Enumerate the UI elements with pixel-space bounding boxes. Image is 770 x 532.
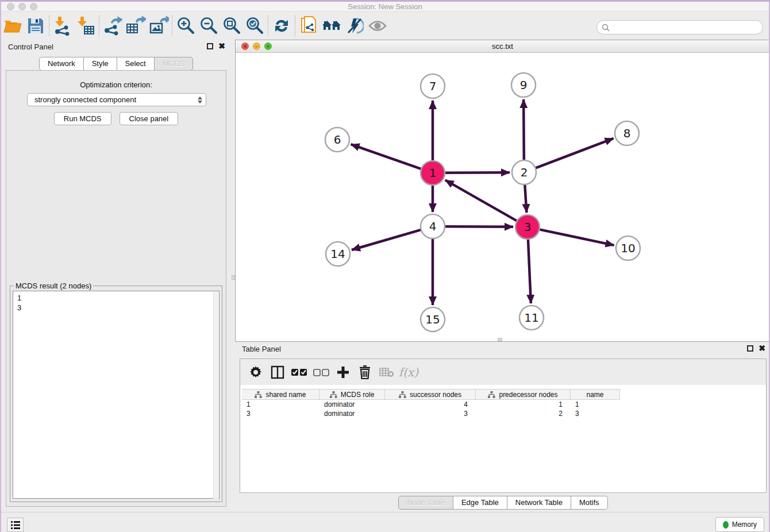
table-cell[interactable]: dominator	[319, 400, 385, 409]
table-tab-network-table[interactable]: Network Table	[507, 496, 571, 510]
svg-text:9: 9	[520, 78, 528, 92]
graph-edge-3-1[interactable]	[445, 180, 517, 221]
table-cell[interactable]: 2	[476, 409, 571, 418]
column-header-label: shared name	[265, 391, 306, 399]
add-column-icon[interactable]	[332, 361, 354, 383]
column-header-label: predecessor nodes	[499, 391, 557, 399]
graph-node-7[interactable]: 7	[421, 74, 445, 98]
table-tab-motifs[interactable]: Motifs	[571, 496, 608, 510]
column-header-name[interactable]: name	[571, 390, 620, 399]
column-header-shared-name[interactable]: shared name	[242, 390, 319, 399]
table-body: 1dominator4113dominator323	[242, 400, 764, 418]
canvas-splitter-handle[interactable]	[498, 338, 502, 341]
task-history-button[interactable]	[7, 518, 24, 532]
close-panel-icon[interactable]: ✖	[218, 43, 225, 49]
graph-node-14[interactable]: 14	[326, 242, 350, 266]
table-header-row: shared nameMCDS rolesuccessor nodesprede…	[242, 389, 620, 400]
graph-edge-3-11[interactable]	[528, 239, 531, 303]
float-panel-icon[interactable]	[207, 43, 213, 49]
run-mcds-button[interactable]: Run MCDS	[54, 112, 111, 125]
memory-status-icon	[723, 521, 729, 529]
control-tab-network[interactable]: Network	[39, 57, 84, 71]
column-header-successor-nodes[interactable]: successor nodes	[385, 390, 476, 399]
search-box[interactable]	[596, 20, 763, 34]
zoom-fit-icon[interactable]	[220, 15, 243, 37]
control-tab-mcds[interactable]: MCDS	[155, 57, 193, 71]
table-cell[interactable]: 1	[242, 400, 319, 409]
graph-node-9[interactable]: 9	[511, 73, 536, 97]
mcds-result-item[interactable]: 1	[17, 293, 219, 303]
search-input[interactable]	[613, 24, 763, 32]
graph-edge-1-2[interactable]	[445, 172, 510, 173]
graph-node-3[interactable]: 3	[515, 215, 540, 239]
save-session-icon[interactable]	[24, 15, 47, 37]
table-tab-node-table[interactable]: Node Table	[398, 496, 453, 510]
graph-node-1[interactable]: 1	[421, 161, 445, 185]
table-cell[interactable]: 3	[571, 409, 620, 418]
result-scrollbar[interactable]	[213, 292, 218, 499]
graph-node-11[interactable]: 11	[519, 306, 544, 330]
graph-node-2[interactable]: 2	[512, 160, 536, 184]
export-table-icon[interactable]	[124, 15, 147, 37]
graph-edge-4-14[interactable]	[352, 230, 421, 250]
table-row[interactable]: 3dominator323	[242, 409, 764, 418]
table-cell[interactable]: 1	[476, 400, 571, 409]
graph-node-10[interactable]: 10	[616, 236, 640, 260]
graph-edge-3-10[interactable]	[540, 229, 614, 245]
deselect-all-icon[interactable]	[310, 361, 332, 383]
export-network-icon[interactable]	[101, 15, 124, 37]
status-bar: Memory	[1, 512, 769, 532]
graph-edge-2-8[interactable]	[536, 138, 614, 168]
new-network-from-selection-icon[interactable]	[297, 15, 320, 37]
mcds-result-item[interactable]: 3	[17, 303, 219, 313]
network-graph: 7968124314101511	[236, 53, 769, 341]
open-file-icon[interactable]	[1, 15, 24, 37]
memory-button[interactable]: Memory	[715, 517, 764, 532]
graph-node-15[interactable]: 15	[421, 307, 445, 331]
table-cell[interactable]: dominator	[319, 409, 385, 418]
import-network-icon[interactable]	[51, 15, 74, 37]
graph-node-4[interactable]: 4	[421, 214, 445, 238]
column-type-icon	[399, 391, 406, 398]
svg-text:15: 15	[425, 313, 440, 326]
zoom-selected-icon[interactable]	[243, 15, 266, 37]
close-panel-button[interactable]: Close panel	[120, 112, 179, 125]
eye-icon[interactable]	[366, 15, 389, 37]
close-table-panel-icon[interactable]: ✖	[759, 345, 765, 352]
graph-edge-1-6[interactable]	[351, 144, 422, 169]
column-header-MCDS-role[interactable]: MCDS role	[319, 390, 385, 399]
table-cell[interactable]: 3	[242, 409, 319, 418]
control-tab-style[interactable]: Style	[84, 57, 117, 71]
select-all-icon[interactable]	[288, 361, 310, 383]
criterion-dropdown[interactable]: strongly connected component	[27, 93, 206, 106]
graph-edge-2-3[interactable]	[525, 184, 526, 213]
column-header-predecessor-nodes[interactable]: predecessor nodes	[476, 390, 571, 399]
apply-layout-icon[interactable]	[270, 15, 293, 37]
graph-node-8[interactable]: 8	[615, 121, 639, 145]
table-row[interactable]: 1dominator411	[242, 400, 764, 409]
graph-edge-2-9[interactable]	[523, 99, 524, 160]
delete-icon[interactable]	[354, 361, 376, 383]
control-tab-select[interactable]: Select	[117, 57, 155, 71]
zoom-in-icon[interactable]	[174, 15, 197, 37]
graph-edge-4-3[interactable]	[445, 226, 513, 227]
hide-flash-icon[interactable]	[343, 15, 366, 37]
table-tab-edge-table[interactable]: Edge Table	[453, 496, 507, 510]
gear-icon[interactable]	[245, 361, 267, 383]
float-table-panel-icon[interactable]	[747, 345, 753, 352]
mcds-result-list[interactable]: 13	[13, 291, 220, 499]
network-canvas[interactable]: 7968124314101511	[236, 53, 769, 341]
table-cell[interactable]: 4	[385, 400, 476, 409]
toolbar-separator	[295, 16, 295, 36]
zoom-out-icon[interactable]	[197, 15, 220, 37]
home-icon[interactable]	[320, 15, 343, 37]
columns-icon[interactable]	[267, 361, 288, 383]
table-cell[interactable]: 3	[385, 409, 476, 418]
table-toolbar: f(x)	[240, 359, 766, 385]
export-image-icon[interactable]	[147, 15, 170, 37]
network-window-titlebar[interactable]: ✕ − + scc.txt	[236, 40, 769, 53]
delete-table-icon[interactable]	[376, 361, 398, 383]
graph-node-6[interactable]: 6	[325, 128, 349, 152]
import-table-icon[interactable]	[74, 15, 97, 37]
table-cell[interactable]: 1	[571, 400, 620, 409]
